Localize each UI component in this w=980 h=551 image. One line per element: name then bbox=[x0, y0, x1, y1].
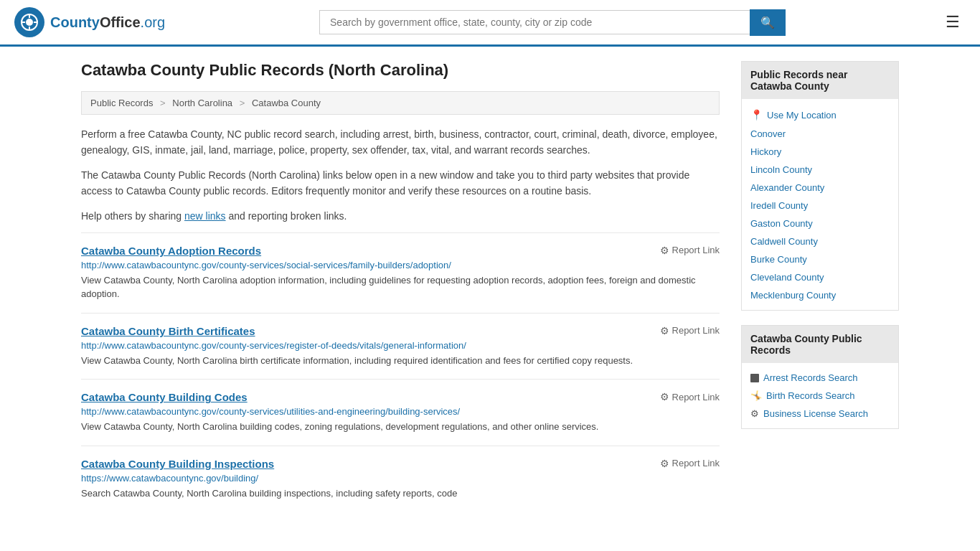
report-link-building-inspections[interactable]: ⚙ Report Link bbox=[660, 458, 720, 469]
public-records-section: Catawba County Public Records Arrest Rec… bbox=[741, 325, 899, 429]
records-list: Catawba County Adoption Records ⚙ Report… bbox=[81, 232, 720, 512]
public-records-links: Arrest Records Search 🤸 Birth Records Se… bbox=[742, 363, 898, 428]
breadcrumb-sep-2: > bbox=[240, 98, 245, 108]
record-desc-adoption: View Catawba County, North Carolina adop… bbox=[81, 273, 720, 301]
location-pin-icon: 📍 bbox=[750, 109, 763, 121]
sidebar-link-iredell-county[interactable]: Iredell County bbox=[742, 197, 898, 215]
header-right: ☰ bbox=[940, 10, 966, 34]
sidebar-link-cleveland-county[interactable]: Cleveland County bbox=[742, 268, 898, 286]
record-header-building-inspections: Catawba County Building Inspections ⚙ Re… bbox=[81, 458, 720, 470]
business-license-link[interactable]: ⚙ Business License Search bbox=[742, 405, 898, 423]
logo-icon bbox=[14, 7, 44, 37]
record-title-birth[interactable]: Catawba County Birth Certificates bbox=[81, 325, 255, 337]
sidebar-link-hickory[interactable]: Hickory bbox=[742, 143, 898, 161]
report-link-birth[interactable]: ⚙ Report Link bbox=[660, 325, 720, 336]
record-header: Catawba County Adoption Records ⚙ Report… bbox=[81, 245, 720, 257]
search-input[interactable] bbox=[319, 10, 750, 34]
nearby-title: Public Records near Catawba County bbox=[742, 62, 898, 99]
record-url-building-inspections[interactable]: https://www.catawbacountync.gov/building… bbox=[81, 473, 720, 484]
main-container: Catawba County Public Records (North Car… bbox=[60, 47, 920, 526]
sidebar-link-caldwell-county[interactable]: Caldwell County bbox=[742, 232, 898, 250]
record-url-birth[interactable]: http://www.catawbacountync.gov/county-se… bbox=[81, 340, 720, 351]
search-area: 🔍 bbox=[319, 9, 786, 36]
description-1: Perform a free Catawba County, NC public… bbox=[81, 126, 720, 159]
record-title-building-codes[interactable]: Catawba County Building Codes bbox=[81, 391, 248, 403]
svg-point-1 bbox=[26, 19, 33, 26]
sidebar: Public Records near Catawba County 📍 Use… bbox=[741, 61, 899, 512]
record-desc-building-codes: View Catawba County, North Carolina buil… bbox=[81, 420, 720, 434]
report-icon-building-codes: ⚙ bbox=[660, 391, 669, 402]
record-url-adoption[interactable]: http://www.catawbacountync.gov/county-se… bbox=[81, 260, 720, 270]
description-3: Help others by sharing new links and rep… bbox=[81, 208, 720, 224]
arrest-records-icon bbox=[750, 374, 759, 382]
menu-button[interactable]: ☰ bbox=[940, 10, 966, 34]
breadcrumb: Public Records > North Carolina > Catawb… bbox=[81, 91, 720, 115]
report-link-building-codes[interactable]: ⚙ Report Link bbox=[660, 391, 720, 402]
sidebar-link-mecklenburg-county[interactable]: Mecklenburg County bbox=[742, 286, 898, 304]
birth-records-icon: 🤸 bbox=[750, 390, 762, 401]
header: CountyOffice.org 🔍 ☰ bbox=[0, 0, 980, 47]
logo-text: CountyOffice.org bbox=[50, 14, 165, 31]
nearby-section: Public Records near Catawba County 📍 Use… bbox=[741, 61, 899, 311]
nearby-links: 📍 Use My Location Conover Hickory Lincol… bbox=[742, 99, 898, 310]
report-link-adoption[interactable]: ⚙ Report Link bbox=[660, 245, 720, 256]
sidebar-link-gaston-county[interactable]: Gaston County bbox=[742, 215, 898, 232]
breadcrumb-north-carolina[interactable]: North Carolina bbox=[172, 98, 232, 108]
record-item-birth: Catawba County Birth Certificates ⚙ Repo… bbox=[81, 313, 720, 380]
record-desc-building-inspections: Search Catawba County, North Carolina bu… bbox=[81, 486, 720, 501]
arrest-records-link[interactable]: Arrest Records Search bbox=[742, 369, 898, 387]
report-icon-building-inspections: ⚙ bbox=[660, 458, 669, 469]
sidebar-link-alexander-county[interactable]: Alexander County bbox=[742, 179, 898, 197]
record-title-adoption[interactable]: Catawba County Adoption Records bbox=[81, 245, 261, 257]
breadcrumb-catawba-county: Catawba County bbox=[252, 98, 321, 108]
sidebar-link-burke-county[interactable]: Burke County bbox=[742, 250, 898, 268]
record-header-building-codes: Catawba County Building Codes ⚙ Report L… bbox=[81, 391, 720, 403]
record-item-adoption: Catawba County Adoption Records ⚙ Report… bbox=[81, 232, 720, 313]
sidebar-link-conover[interactable]: Conover bbox=[742, 125, 898, 143]
record-url-building-codes[interactable]: http://www.catawbacountync.gov/county-se… bbox=[81, 406, 720, 417]
record-header-birth: Catawba County Birth Certificates ⚙ Repo… bbox=[81, 325, 720, 337]
desc3-suffix: and reporting broken links. bbox=[226, 210, 347, 222]
report-icon: ⚙ bbox=[660, 245, 669, 256]
record-item-building-codes: Catawba County Building Codes ⚙ Report L… bbox=[81, 379, 720, 446]
new-links-link[interactable]: new links bbox=[184, 210, 226, 222]
public-records-title: Catawba County Public Records bbox=[742, 326, 898, 363]
breadcrumb-sep-1: > bbox=[160, 98, 166, 108]
content-area: Catawba County Public Records (North Car… bbox=[81, 61, 720, 512]
sidebar-link-lincoln-county[interactable]: Lincoln County bbox=[742, 161, 898, 179]
logo-area: CountyOffice.org bbox=[14, 7, 165, 37]
record-desc-birth: View Catawba County, North Carolina birt… bbox=[81, 354, 720, 368]
page-title: Catawba County Public Records (North Car… bbox=[81, 61, 720, 80]
record-item-building-inspections: Catawba County Building Inspections ⚙ Re… bbox=[81, 446, 720, 512]
use-my-location[interactable]: 📍 Use My Location bbox=[742, 105, 898, 125]
birth-records-link[interactable]: 🤸 Birth Records Search bbox=[742, 387, 898, 405]
description-2: The Catawba County Public Records (North… bbox=[81, 167, 720, 199]
record-title-building-inspections[interactable]: Catawba County Building Inspections bbox=[81, 458, 274, 470]
report-icon-birth: ⚙ bbox=[660, 325, 669, 336]
breadcrumb-public-records[interactable]: Public Records bbox=[90, 98, 153, 108]
desc3-prefix: Help others by sharing bbox=[81, 210, 184, 222]
business-license-icon: ⚙ bbox=[750, 408, 759, 419]
search-button[interactable]: 🔍 bbox=[750, 9, 786, 36]
